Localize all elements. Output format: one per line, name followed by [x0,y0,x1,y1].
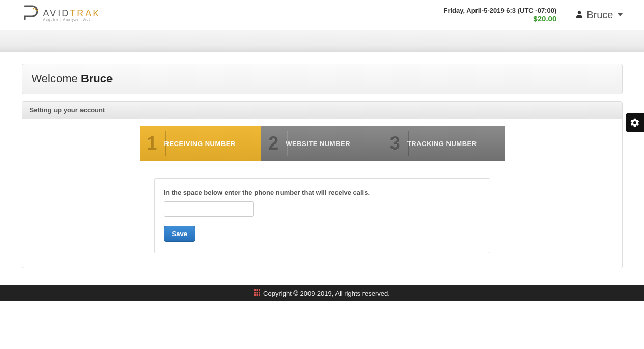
svg-rect-6 [254,292,256,294]
footer-grid-icon [254,289,260,297]
svg-point-0 [33,8,34,10]
wizard-steps: 1 RECEIVING NUMBER 2 WEBSITE NUMBER 3 TR… [140,126,505,161]
footer: Copyright © 2009-2019, All rights reserv… [0,285,644,301]
caret-down-icon [618,13,623,16]
save-button[interactable]: Save [164,226,195,242]
user-icon [575,9,583,21]
step-receiving-number[interactable]: 1 RECEIVING NUMBER [140,126,262,161]
settings-tab[interactable] [626,113,644,132]
user-name: Bruce [586,9,613,21]
logo-text-avid: AVID [43,8,70,18]
balance-text: $20.00 [443,14,556,23]
step-number: 3 [390,133,400,154]
welcome-name: Bruce [81,72,113,85]
logo[interactable]: AVIDTRAK Acquire | Analyze | Act [22,4,101,25]
svg-rect-10 [257,294,258,296]
svg-rect-8 [259,292,260,294]
setup-panel: Setting up your account 1 RECEIVING NUMB… [22,101,623,268]
step-label: TRACKING NUMBER [407,140,477,148]
gear-icon [630,118,640,128]
datetime-text: Friday, April-5-2019 6:3 (UTC -07:00) [443,7,556,14]
subheader-band [0,30,644,52]
setup-panel-title: Setting up your account [22,102,622,119]
user-menu[interactable]: Bruce [575,9,622,21]
svg-rect-5 [259,289,260,291]
logo-text-trak: TRAK [70,8,100,18]
step-website-number[interactable]: 2 WEBSITE NUMBER [261,126,383,161]
svg-point-2 [36,10,38,11]
header-info: Friday, April-5-2019 6:3 (UTC -07:00) $2… [443,7,556,23]
svg-rect-3 [254,289,256,291]
step-label: WEBSITE NUMBER [286,140,350,148]
step-label: RECEIVING NUMBER [164,140,236,148]
header-divider [566,6,566,24]
step-number: 2 [268,133,278,154]
step-number: 1 [147,133,157,154]
svg-point-1 [35,9,36,10]
copyright-text: Copyright © 2009-2019, All rights reserv… [263,289,390,297]
svg-rect-4 [257,289,258,291]
welcome-panel: Welcome Bruce [22,64,623,94]
svg-rect-7 [257,292,258,294]
logo-mark-icon [22,4,42,25]
svg-rect-9 [254,294,256,296]
form-card: In the space below enter the phone numbe… [154,178,490,253]
step-tracking-number[interactable]: 3 TRACKING NUMBER [383,126,505,161]
welcome-prefix: Welcome [32,72,81,85]
svg-rect-11 [259,294,260,296]
phone-input[interactable] [164,201,254,217]
header: AVIDTRAK Acquire | Analyze | Act Friday,… [0,0,644,30]
phone-instruction: In the space below enter the phone numbe… [164,189,481,196]
